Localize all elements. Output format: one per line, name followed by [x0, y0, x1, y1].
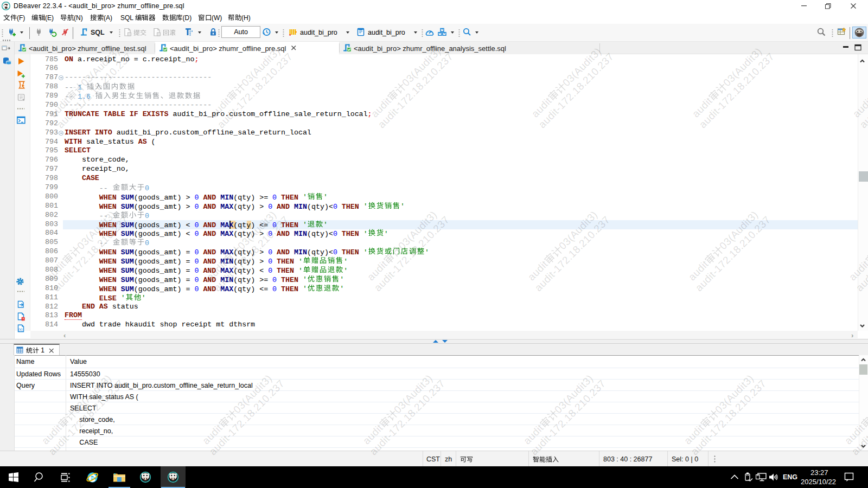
svg-text:(x): (x): [18, 328, 23, 332]
